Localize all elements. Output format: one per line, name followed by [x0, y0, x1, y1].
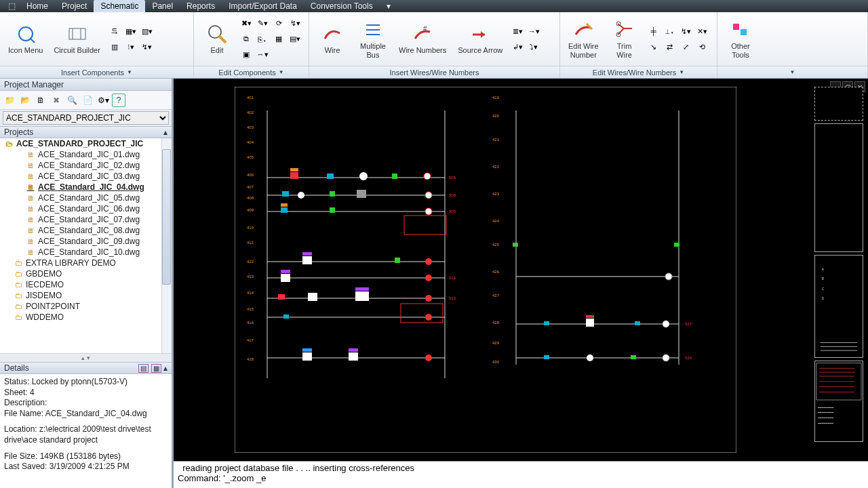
edit-small-7[interactable]: ▦ — [271, 32, 286, 47]
pm-details-header[interactable]: Details ▤ ▦ ▴ — [0, 362, 172, 374]
edit-small-10[interactable]: ↔▾ — [255, 47, 270, 62]
tree-item[interactable]: 🗀GBDEMO — [0, 268, 172, 279]
wire-numbers-button[interactable]: # Wire Numbers — [395, 22, 450, 56]
svg-text:413: 413 — [247, 274, 254, 279]
tree-item[interactable]: 🗎ACE_Standard_JIC_01.dwg — [0, 149, 172, 160]
tree-item[interactable]: 🗀WDDEMO — [0, 312, 172, 323]
tree-item[interactable]: 🗀IECDEMO — [0, 279, 172, 290]
tree-item[interactable]: 🗎ACE_Standard_JIC_08.dwg — [0, 225, 172, 236]
tree-item[interactable]: 🗎ACE_Standard_JIC_07.dwg — [0, 214, 172, 225]
edit-small-9[interactable]: ▣ — [239, 47, 254, 62]
thumbnail-revision[interactable]: ABCD — [814, 255, 863, 358]
editwire-small-3[interactable]: ↯▾ — [679, 24, 694, 39]
svg-point-103 — [665, 273, 672, 280]
edit-small-5[interactable]: ⧉ — [239, 32, 254, 47]
tree-item[interactable]: 🗎ACE_Standard_JIC_09.dwg — [0, 236, 172, 247]
thumbnail-titleblock-top[interactable] — [814, 87, 863, 121]
menu-home[interactable]: Home — [20, 0, 55, 12]
thumbnail-sheet-area[interactable] — [814, 123, 863, 252]
wire-button[interactable]: Wire — [313, 22, 351, 56]
app-menu-icon[interactable]: ⬚ — [8, 1, 16, 11]
edit-small-6[interactable]: ⎘▾ — [255, 32, 270, 47]
insert-comp-small-3[interactable]: ▧▾ — [140, 24, 155, 39]
editwire-small-7[interactable]: ⤢ — [679, 39, 694, 54]
details-view2-icon[interactable]: ▦ — [151, 364, 161, 373]
menu-reports[interactable]: Reports — [180, 0, 222, 12]
pm-tool4-icon[interactable]: ✖ — [50, 94, 63, 107]
tree-item[interactable]: 🗎ACE_Standard_JIC_02.dwg — [0, 160, 172, 171]
editwire-small-6[interactable]: ⇄ — [663, 39, 677, 54]
edit-small-1[interactable]: ✖▾ — [239, 16, 254, 31]
svg-text:▬▬▬▬▬▬▬▬: ▬▬▬▬▬▬▬▬ — [818, 406, 833, 409]
pm-help-icon[interactable]: ? — [112, 94, 125, 107]
editwire-small-4[interactable]: ✕▾ — [695, 24, 710, 39]
editwire-small-2[interactable]: ⟂▾ — [663, 24, 677, 39]
menu-project[interactable]: Project — [55, 0, 94, 12]
edit-small-8[interactable]: ▤▾ — [288, 32, 302, 47]
svg-text:▬▬▬▬▬▬▬▬: ▬▬▬▬▬▬▬▬ — [818, 422, 833, 424]
tree-item[interactable]: 🗎ACE_Standard_JIC_10.dwg — [0, 247, 172, 258]
svg-text:421: 421 — [492, 138, 500, 142]
pm-tree[interactable]: 🗁ACE_STANDARD_PROJECT_JIC🗎ACE_Standard_J… — [0, 138, 172, 354]
menu-panel[interactable]: Panel — [145, 0, 180, 12]
command-line[interactable]: reading project database file . . .. ins… — [174, 461, 868, 488]
menu-more-icon[interactable]: ▾ — [380, 0, 397, 12]
pm-search-icon[interactable]: 🔍 — [65, 94, 79, 107]
editwire-small-8[interactable]: ⟲ — [695, 39, 710, 54]
edit-wire-number-button[interactable]: Edit Wire Number — [564, 18, 603, 60]
editwire-small-5[interactable]: ↘ — [646, 39, 661, 54]
tree-item[interactable]: 🗎ACE_Standard_JIC_06.dwg — [0, 203, 172, 214]
edit-small-4[interactable]: ↯▾ — [288, 16, 302, 31]
pm-refresh-icon[interactable]: 🗎 — [34, 94, 47, 107]
schematic-drawing[interactable]: 401402403 404405406 407408409 410411412 … — [235, 87, 736, 453]
wire-small-2[interactable]: →▾ — [526, 24, 541, 39]
insert-comp-small-5[interactable]: ⁝▾ — [123, 39, 138, 54]
pm-project-select[interactable]: ACE_STANDARD_PROJECT_JIC — [3, 111, 169, 125]
ribbon-group-insert-components[interactable]: Insert Components▼ — [0, 66, 193, 78]
pm-open-icon[interactable]: 📂 — [18, 94, 32, 107]
pm-tool7-icon[interactable]: ⚙▾ — [96, 94, 110, 107]
pm-projects-header[interactable]: Projects▴ — [0, 126, 172, 138]
edit-small-2[interactable]: ✎▾ — [255, 16, 270, 31]
collapse-icon[interactable]: ▴ — [163, 363, 167, 373]
insert-comp-small-6[interactable]: ↯▾ — [140, 39, 155, 54]
tree-item[interactable]: 🗀POINT2POINT — [0, 301, 172, 312]
ribbon-group-edit-wires[interactable]: Edit Wires/Wire Numbers▼ — [560, 66, 717, 78]
tree-item[interactable]: 🗎ACE_Standard_JIC_04.dwg — [0, 182, 172, 192]
menu-import-export[interactable]: Import/Export Data — [222, 0, 304, 12]
splitter[interactable]: ▴ ▾ — [0, 354, 172, 362]
folder-icon: 🗀 — [14, 258, 23, 268]
tree-item[interactable]: 🗎ACE_Standard_JIC_05.dwg — [0, 192, 172, 203]
wire-small-1[interactable]: ≣▾ — [510, 24, 525, 39]
tree-scrollbar[interactable] — [161, 138, 172, 353]
source-arrow-button[interactable]: Source Arrow — [453, 22, 507, 56]
tree-item[interactable]: 🗁ACE_STANDARD_PROJECT_JIC — [0, 138, 172, 149]
trim-wire-button[interactable]: Trim Wire — [606, 18, 644, 60]
edit-button[interactable]: Edit — [198, 22, 236, 56]
tree-item[interactable]: 🗎ACE_Standard_JIC_03.dwg — [0, 171, 172, 182]
drawing-canvas[interactable]: — ▢ ✕ 401402403 404405406 407408409 4104… — [174, 79, 868, 488]
pm-new-project-icon[interactable]: 📁 — [3, 94, 16, 107]
tree-item[interactable]: 🗀JISDEMO — [0, 290, 172, 301]
edit-small-3[interactable]: ⟳ — [271, 16, 286, 31]
menu-schematic[interactable]: Schematic — [94, 0, 145, 12]
insert-comp-small-4[interactable]: ▥ — [107, 39, 122, 54]
circuit-builder-button[interactable]: Circuit Builder — [50, 22, 104, 56]
details-view1-icon[interactable]: ▤ — [138, 364, 149, 373]
collapse-icon[interactable]: ▴ — [163, 127, 167, 137]
tree-item[interactable]: 🗀EXTRA LIBRARY DEMO — [0, 258, 172, 268]
wire-small-3[interactable]: ↲▾ — [510, 39, 525, 54]
menu-conversion[interactable]: Conversion Tools — [304, 0, 380, 12]
ribbon-group-edit-components[interactable]: Edit Components▼ — [194, 66, 309, 78]
pm-tool6-icon[interactable]: 📄 — [81, 94, 94, 107]
other-tools-button[interactable]: Other Tools — [722, 18, 760, 60]
wire-small-4[interactable]: ⤵▾ — [526, 39, 541, 54]
thumbnail-overview[interactable]: ▬▬▬▬▬▬▬▬▬▬▬▬▬▬▬▬ ▬▬▬▬▬▬▬▬▬▬▬▬▬▬▬▬ — [814, 361, 863, 442]
insert-comp-small-2[interactable]: ▦▾ — [123, 24, 138, 39]
icon-menu-button[interactable]: Icon Menu — [4, 22, 47, 56]
editwire-small-1[interactable]: ╪ — [646, 24, 661, 39]
multiple-bus-button[interactable]: Multiple Bus — [354, 18, 392, 60]
svg-rect-84 — [281, 274, 290, 282]
insert-comp-small-1[interactable]: ⥹ — [107, 24, 122, 39]
ribbon-group-other[interactable]: ▼ — [717, 66, 867, 78]
